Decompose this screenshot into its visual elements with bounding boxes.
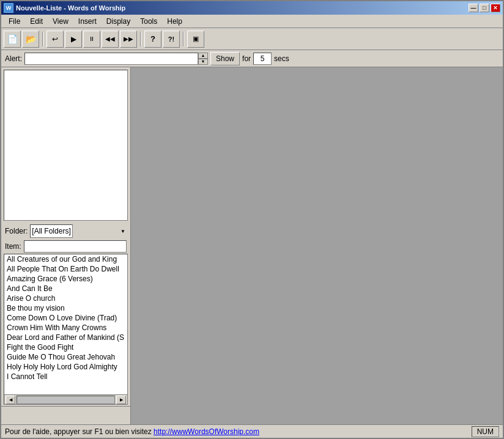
new-button[interactable]: 📄 xyxy=(4,31,21,48)
menu-display[interactable]: Display xyxy=(102,16,135,27)
item-label: Item: xyxy=(5,242,21,251)
song-list-wrap: All Creatures of our God and King All Pe… xyxy=(4,254,128,405)
hscroll-area: ◀ ▶ xyxy=(4,394,127,404)
folder-row: Folder: [All Folders] xyxy=(1,223,130,239)
open-button[interactable]: 📂 xyxy=(22,31,39,48)
list-item[interactable]: Arise O church xyxy=(4,293,127,303)
num-indicator: NUM xyxy=(472,426,499,437)
left-panel: Folder: [All Folders] Item: All Creature… xyxy=(1,67,131,424)
hscroll-track[interactable] xyxy=(17,396,115,404)
alert-input[interactable] xyxy=(24,53,198,65)
toolbar: 📄 📂 ↩ ▶ ⏸ ◀◀ ▶▶ ? ?! ▣ xyxy=(1,28,503,50)
list-item[interactable]: Amazing Grace (6 Verses) xyxy=(4,274,127,284)
main-content: Folder: [All Folders] Item: All Creature… xyxy=(1,67,503,424)
help-button[interactable]: ? xyxy=(144,31,161,48)
maximize-button[interactable]: □ xyxy=(480,4,489,12)
song-list: All Creatures of our God and King All Pe… xyxy=(4,254,127,394)
list-item[interactable]: Crown Him With Many Crowns xyxy=(4,323,127,333)
show-button[interactable]: Show xyxy=(210,52,240,65)
titlebar: W Nouvelle-Liste - Words of Worship — □ … xyxy=(1,1,503,15)
right-panel xyxy=(131,67,503,424)
window-button[interactable]: ▣ xyxy=(187,31,204,48)
menu-view[interactable]: View xyxy=(48,16,73,27)
pause-button[interactable]: ⏸ xyxy=(83,31,100,48)
toolbar-separator-2 xyxy=(140,32,141,46)
minimize-button[interactable]: — xyxy=(469,4,478,12)
spinner-up[interactable]: ▲ xyxy=(198,53,208,59)
info-button[interactable]: ?! xyxy=(163,31,180,48)
rewind-button[interactable]: ◀◀ xyxy=(102,31,119,48)
app-icon: W xyxy=(4,3,13,13)
window-title: Nouvelle-Liste - Words of Worship xyxy=(16,4,469,12)
folder-select[interactable]: [All Folders] xyxy=(30,224,73,238)
play-button[interactable]: ▶ xyxy=(65,31,82,48)
bottom-drop-area xyxy=(1,406,130,424)
spinner-down[interactable]: ▼ xyxy=(198,59,208,65)
menu-file[interactable]: File xyxy=(4,16,25,27)
folder-select-wrap: [All Folders] xyxy=(30,224,127,238)
main-window: W Nouvelle-Liste - Words of Worship — □ … xyxy=(0,0,504,439)
list-item[interactable]: All People That On Earth Do Dwell xyxy=(4,264,127,274)
alertbar: Alert: ▲ ▼ Show for secs xyxy=(1,50,503,67)
forward-button[interactable]: ▶▶ xyxy=(120,31,137,48)
for-label: for xyxy=(242,54,251,63)
secs-label: secs xyxy=(274,54,289,63)
folder-label: Folder: xyxy=(5,227,28,235)
menu-edit[interactable]: Edit xyxy=(25,16,48,27)
list-item[interactable]: Dear Lord and Father of Mankind (S xyxy=(4,333,127,342)
back-button[interactable]: ↩ xyxy=(46,31,64,48)
alert-input-wrap: ▲ ▼ xyxy=(24,53,208,65)
status-text: Pour de l'aide, appuyer sur F1 ou bien v… xyxy=(5,427,472,436)
menu-insert[interactable]: Insert xyxy=(73,16,102,27)
status-url[interactable]: http://wwwWordsOfWorship.com xyxy=(154,427,259,436)
titlebar-buttons: — □ ✕ xyxy=(469,4,500,12)
list-item[interactable]: Come Down O Love Divine (Trad) xyxy=(4,313,127,323)
toolbar-separator-1 xyxy=(42,32,43,46)
list-item[interactable]: And Can It Be xyxy=(4,284,127,293)
status-help-text: Pour de l'aide, appuyer sur F1 ou bien v… xyxy=(5,427,154,436)
alert-spinner: ▲ ▼ xyxy=(198,53,208,65)
close-button[interactable]: ✕ xyxy=(491,4,500,12)
menu-help[interactable]: Help xyxy=(162,16,187,27)
alert-label: Alert: xyxy=(5,54,22,63)
list-item[interactable]: Holy Holy Holy Lord God Almighty xyxy=(4,362,127,372)
menu-tools[interactable]: Tools xyxy=(135,16,162,27)
menubar: File Edit View Insert Display Tools Help xyxy=(1,15,503,28)
hscroll-right-button[interactable]: ▶ xyxy=(116,396,126,404)
hscroll-left-button[interactable]: ◀ xyxy=(6,396,15,404)
item-input[interactable] xyxy=(24,240,127,253)
statusbar: Pour de l'aide, appuyer sur F1 ou bien v… xyxy=(1,424,503,438)
list-item[interactable]: Guide Me O Thou Great Jehovah xyxy=(4,352,127,362)
toolbar-separator-3 xyxy=(183,32,184,46)
item-row: Item: xyxy=(1,239,130,254)
secs-input[interactable] xyxy=(253,53,272,65)
preview-area xyxy=(4,70,128,221)
list-item[interactable]: All Creatures of our God and King xyxy=(4,254,127,264)
list-item[interactable]: I Cannot Tell xyxy=(4,372,127,382)
list-item[interactable]: Fight the Good Fight xyxy=(4,342,127,352)
list-item[interactable]: Be thou my vision xyxy=(4,303,127,313)
